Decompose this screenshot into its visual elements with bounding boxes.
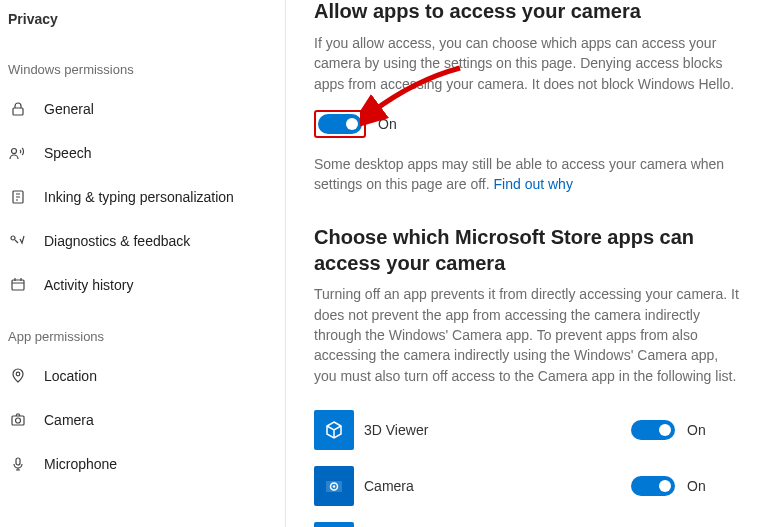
section-allow-apps-title: Allow apps to access your camera xyxy=(314,0,741,23)
cube-icon xyxy=(323,419,345,441)
camera-icon xyxy=(8,410,28,430)
camera-app-icon xyxy=(323,475,345,497)
app-toggle-label: On xyxy=(687,422,706,438)
app-icon-camera xyxy=(314,466,354,506)
settings-sidebar: Privacy Windows permissions General Spee… xyxy=(0,0,286,527)
toggle-knob xyxy=(659,424,671,436)
app-name-label: 3D Viewer xyxy=(364,422,631,438)
sidebar-item-label: Microphone xyxy=(44,456,117,472)
app-toggle-label: On xyxy=(687,478,706,494)
sidebar-item-diagnostics[interactable]: Diagnostics & feedback xyxy=(0,219,285,263)
camera-access-toggle-label: On xyxy=(378,116,397,132)
svg-rect-0 xyxy=(13,108,23,115)
app-icon-3d-viewer xyxy=(314,410,354,450)
sidebar-item-location[interactable]: Location xyxy=(0,354,285,398)
annotation-highlight-box xyxy=(314,110,366,138)
sidebar-section-windows-permissions: Windows permissions xyxy=(0,40,285,87)
svg-point-1 xyxy=(12,149,17,154)
sidebar-item-inking[interactable]: Inking & typing personalization xyxy=(0,175,285,219)
section-store-apps-desc: Turning off an app prevents it from dire… xyxy=(314,284,741,385)
lock-icon xyxy=(8,99,28,119)
sidebar-item-label: Activity history xyxy=(44,277,133,293)
svg-point-7 xyxy=(16,418,21,423)
toggle-knob xyxy=(346,118,358,130)
app-row-3d-viewer: 3D Viewer On xyxy=(314,402,741,458)
history-icon xyxy=(8,275,28,295)
svg-rect-4 xyxy=(12,280,24,290)
sidebar-item-activity-history[interactable]: Activity history xyxy=(0,263,285,307)
sidebar-item-general[interactable]: General xyxy=(0,87,285,131)
microphone-icon xyxy=(8,454,28,474)
sidebar-item-speech[interactable]: Speech xyxy=(0,131,285,175)
app-toggle-3d-viewer[interactable] xyxy=(631,420,675,440)
find-out-why-link[interactable]: Find out why xyxy=(494,176,573,192)
camera-access-toggle-row: On xyxy=(314,110,741,138)
sidebar-item-camera[interactable]: Camera xyxy=(0,398,285,442)
app-toggle-camera[interactable] xyxy=(631,476,675,496)
svg-rect-6 xyxy=(12,416,24,425)
section-store-apps-title: Choose which Microsoft Store apps can ac… xyxy=(314,224,734,276)
section-allow-apps-desc: If you allow access, you can choose whic… xyxy=(314,33,741,94)
main-content: Allow apps to access your camera If you … xyxy=(286,0,769,527)
app-row-camera: Camera On xyxy=(314,458,741,514)
app-name-label: Camera xyxy=(364,478,631,494)
sidebar-section-app-permissions: App permissions xyxy=(0,307,285,354)
sidebar-item-microphone[interactable]: Microphone xyxy=(0,442,285,486)
svg-rect-8 xyxy=(16,458,20,465)
sidebar-item-label: Diagnostics & feedback xyxy=(44,233,190,249)
sidebar-item-label: Location xyxy=(44,368,97,384)
inking-icon xyxy=(8,187,28,207)
app-row-cortana: Cortana Off xyxy=(314,514,741,527)
svg-point-5 xyxy=(16,372,20,376)
diagnostics-icon xyxy=(8,231,28,251)
sidebar-item-label: Inking & typing personalization xyxy=(44,189,234,205)
svg-point-3 xyxy=(11,236,15,240)
sidebar-item-label: General xyxy=(44,101,94,117)
location-icon xyxy=(8,366,28,386)
toggle-knob xyxy=(659,480,671,492)
desktop-apps-note: Some desktop apps may still be able to a… xyxy=(314,154,734,195)
sidebar-item-label: Camera xyxy=(44,412,94,428)
camera-access-toggle[interactable] xyxy=(318,114,362,134)
sidebar-title: Privacy xyxy=(0,0,285,40)
app-icon-cortana xyxy=(314,522,354,527)
sidebar-item-label: Speech xyxy=(44,145,91,161)
svg-point-11 xyxy=(333,485,335,487)
speech-icon xyxy=(8,143,28,163)
